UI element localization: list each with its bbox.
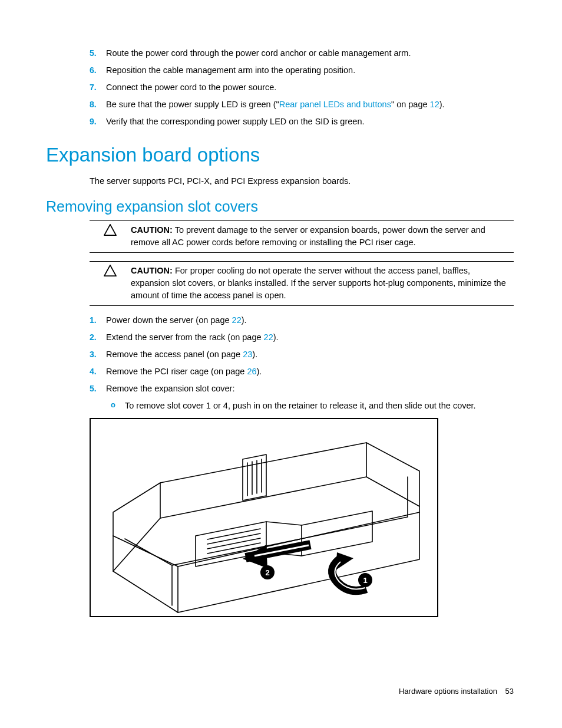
- caution-icon: [90, 224, 131, 249]
- heading-expansion-board-options: Expansion board options: [46, 141, 514, 169]
- text-prefix: Be sure that the power supply LED is gre…: [106, 100, 279, 109]
- caution-block: CAUTION: To prevent damage to the server…: [90, 220, 514, 253]
- list-item: 6. Reposition the cable management arm i…: [90, 64, 514, 77]
- list-item: 5. Remove the expansion slot cover:: [90, 383, 514, 395]
- list-text: Power down the server (on page 22).: [106, 314, 514, 327]
- svg-text:1: 1: [363, 576, 367, 585]
- sub-list-item: o To remove slot cover 1 or 4, push in o…: [111, 400, 514, 412]
- text-suffix: ).: [273, 332, 279, 342]
- sub-bullet: o: [111, 400, 125, 412]
- list-number: 4.: [90, 365, 106, 378]
- steps-numbered-list: 1. Power down the server (on page 22). 2…: [90, 314, 514, 395]
- list-number: 8.: [90, 98, 106, 111]
- caution-text: CAUTION: For proper cooling do not opera…: [131, 265, 514, 302]
- page-footer: Hardware options installation 53: [399, 686, 514, 697]
- page-ref-link[interactable]: 23: [243, 350, 252, 359]
- caution-icon: [90, 265, 131, 302]
- heading-removing-slot-covers: Removing expansion slot covers: [46, 196, 514, 217]
- list-number: 7.: [90, 81, 106, 94]
- page-ref-link[interactable]: 22: [232, 315, 242, 325]
- text-suffix: ).: [439, 100, 445, 109]
- svg-rect-0: [90, 419, 438, 617]
- list-number: 5.: [90, 383, 106, 395]
- text-suffix: ).: [242, 315, 247, 325]
- page-ref-link[interactable]: 22: [264, 332, 273, 342]
- list-item: 4. Remove the PCI riser cage (on page 26…: [90, 365, 514, 378]
- text-suffix: ).: [257, 367, 262, 376]
- cross-ref-link[interactable]: Rear panel LEDs and buttons: [279, 100, 391, 109]
- caution-body-text: To prevent damage to the server or expan…: [131, 225, 485, 247]
- caution-block: CAUTION: For proper cooling do not opera…: [90, 261, 514, 306]
- list-item: 2. Extend the server from the rack (on p…: [90, 331, 514, 344]
- list-item: 1. Power down the server (on page 22).: [90, 314, 514, 327]
- list-number: 9.: [90, 116, 106, 128]
- list-text: Remove the expansion slot cover:: [106, 383, 514, 395]
- list-number: 5.: [90, 47, 106, 60]
- caution-body-text: For proper cooling do not operate the se…: [131, 266, 506, 300]
- list-text: Connect the power cord to the power sour…: [106, 81, 514, 94]
- text-mid: " on page: [391, 100, 430, 109]
- list-text: Verify that the corresponding power supp…: [106, 116, 514, 128]
- caution-label: CAUTION:: [131, 266, 173, 275]
- caution-text: CAUTION: To prevent damage to the server…: [131, 224, 514, 249]
- list-number: 1.: [90, 314, 106, 327]
- page-ref-link[interactable]: 26: [247, 367, 256, 376]
- list-item: 8. Be sure that the power supply LED is …: [90, 98, 514, 111]
- top-numbered-list: 5. Route the power cord through the powe…: [90, 47, 514, 128]
- list-item: 3. Remove the access panel (on page 23).: [90, 348, 514, 361]
- figure-slot-cover-removal: 2 1: [90, 418, 514, 621]
- text-prefix: Extend the server from the rack (on page: [106, 332, 264, 342]
- sub-list-text: To remove slot cover 1 or 4, push in on …: [125, 400, 476, 412]
- list-text: Remove the PCI riser cage (on page 26).: [106, 365, 514, 378]
- list-number: 6.: [90, 64, 106, 77]
- sub-list: o To remove slot cover 1 or 4, push in o…: [111, 400, 514, 412]
- list-item: 5. Route the power cord through the powe…: [90, 47, 514, 60]
- list-text: Reposition the cable management arm into…: [106, 64, 514, 77]
- list-text: Remove the access panel (on page 23).: [106, 348, 514, 361]
- list-text: Extend the server from the rack (on page…: [106, 331, 514, 344]
- list-item: 7. Connect the power cord to the power s…: [90, 81, 514, 94]
- list-text: Route the power cord through the power c…: [106, 47, 514, 60]
- list-text: Be sure that the power supply LED is gre…: [106, 98, 514, 111]
- text-prefix: Remove the PCI riser cage (on page: [106, 367, 247, 376]
- text-suffix: ).: [252, 350, 257, 359]
- text-prefix: Remove the access panel (on page: [106, 350, 243, 359]
- page-ref-link[interactable]: 12: [430, 100, 439, 109]
- svg-text:2: 2: [265, 568, 269, 577]
- list-number: 2.: [90, 331, 106, 344]
- text-prefix: Power down the server (on page: [106, 315, 232, 325]
- footer-section: Hardware options installation: [399, 687, 497, 696]
- caution-label: CAUTION:: [131, 225, 173, 235]
- list-item: 9. Verify that the corresponding power s…: [90, 116, 514, 128]
- list-number: 3.: [90, 348, 106, 361]
- intro-paragraph: The server supports PCI, PCI-X, and PCI …: [90, 175, 514, 187]
- footer-page-number: 53: [505, 687, 514, 696]
